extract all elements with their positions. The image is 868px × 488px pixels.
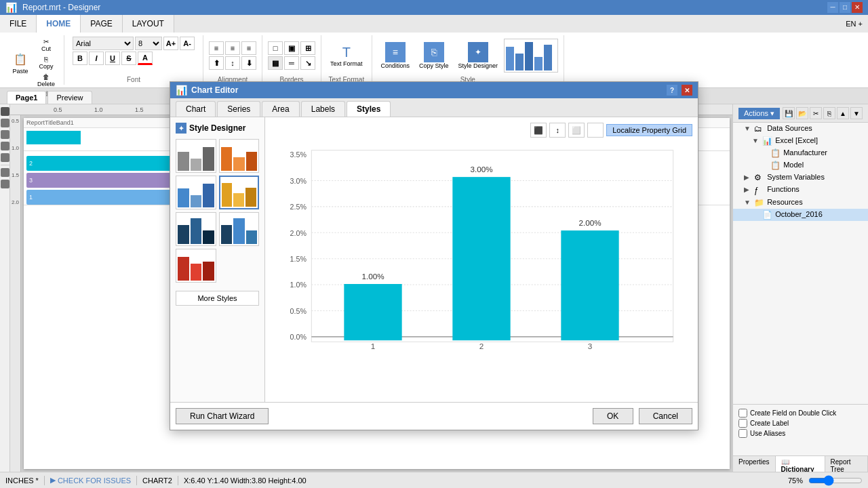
tree-item-manufacturer[interactable]: 📋 Manufacturer	[733, 147, 868, 159]
fill-color-btn[interactable]: ▩	[268, 56, 283, 70]
italic-btn[interactable]: I	[89, 52, 104, 65]
chart-preview: 3.5% 3.0% 2.5% 2.0% 1.5% 1.0% 0.5% 0.0%	[271, 143, 692, 360]
tool-more[interactable]	[1, 168, 9, 177]
tree-item-functions[interactable]: ▶ ƒ Functions	[733, 184, 868, 196]
sub-tab-page1[interactable]: Page1	[7, 91, 46, 104]
style-thumb-5[interactable]	[176, 212, 216, 246]
tree-item-excel[interactable]: ▼ 📊 Excel [Excel]	[733, 135, 868, 147]
create-label-checkbox[interactable]	[738, 419, 747, 428]
tool-btn-1[interactable]: ⬛	[530, 123, 547, 138]
text-format-btn[interactable]: T Text Format	[327, 42, 366, 69]
delete-btn[interactable]: 🗑 Delete	[34, 72, 58, 89]
run-wizard-btn[interactable]: Run Chart Wizard	[176, 408, 269, 424]
sub-tab-preview[interactable]: Preview	[47, 91, 92, 104]
font-size-select[interactable]: 8	[135, 37, 162, 50]
minimize-btn[interactable]: ─	[827, 2, 838, 13]
expand-borders-btn[interactable]: ↘	[300, 56, 315, 70]
cut-btn[interactable]: ✂ Cut	[34, 37, 58, 54]
conditions-btn[interactable]: ≡ Conditions	[378, 40, 414, 71]
tree-item-system-variables[interactable]: ▶ ⚙ System Variables	[733, 171, 868, 184]
style-thumb-3[interactable]	[176, 176, 216, 209]
border-all-btn[interactable]: □	[268, 41, 283, 55]
paste-btn[interactable]: 📋 Paste	[8, 49, 33, 77]
tool-chart[interactable]	[1, 153, 9, 162]
bold-btn[interactable]: B	[73, 52, 87, 65]
tool-btn-3[interactable]: ⬜	[568, 123, 585, 138]
tab-dictionary[interactable]: 📖 Dictionary	[776, 456, 825, 472]
tool-table[interactable]	[1, 130, 9, 139]
svg-text:3.5%: 3.5%	[290, 150, 307, 159]
tool-select[interactable]	[1, 107, 9, 116]
open-icon[interactable]: 📂	[796, 107, 808, 119]
tool-btn-2[interactable]: ↕	[549, 123, 566, 138]
copy-tree-icon[interactable]: ⎘	[823, 107, 835, 119]
style-thumb-1[interactable]	[176, 139, 216, 173]
tree-item-october[interactable]: 📄 October_2016	[733, 209, 868, 221]
localize-btn[interactable]: Localize Property Grid	[606, 124, 692, 136]
style-designer-ribbon-btn[interactable]: ✦ Style Designer	[455, 40, 502, 71]
copy-btn[interactable]: ⎘ Copy	[34, 54, 58, 71]
align-right-btn[interactable]: ≡	[241, 41, 256, 55]
align-middle-btn[interactable]: ↕	[225, 56, 240, 70]
zoom-slider[interactable]	[808, 475, 863, 486]
close-btn[interactable]: ✕	[852, 2, 863, 13]
tree-item-data-sources[interactable]: ▼ 🗂 Data Sources	[733, 123, 868, 135]
tool-text[interactable]	[1, 119, 9, 127]
save-icon[interactable]: 💾	[783, 107, 795, 119]
font-decrease-btn[interactable]: A-	[180, 37, 195, 50]
underline-btn[interactable]: U	[105, 52, 120, 65]
tree-item-resources[interactable]: ▼ 📁 Resources	[733, 197, 868, 209]
more-styles-btn[interactable]: More Styles	[176, 291, 259, 306]
modal-tab-styles[interactable]: Styles	[347, 101, 391, 117]
tab-report-tree[interactable]: Report Tree	[825, 456, 868, 472]
font-color-btn[interactable]: A	[138, 52, 153, 65]
style-thumb-2[interactable]	[219, 139, 260, 173]
tab-page[interactable]: PAGE	[81, 15, 122, 33]
tab-file[interactable]: FILE	[0, 15, 37, 33]
strikethrough-btn[interactable]: S	[121, 52, 136, 65]
modal-tab-labels[interactable]: Labels	[301, 101, 345, 117]
tool-image[interactable]	[1, 142, 9, 150]
modal-help-btn[interactable]: ?	[667, 85, 677, 96]
tab-layout[interactable]: LAYOUT	[123, 15, 174, 33]
modal-tab-chart[interactable]: Chart	[176, 101, 216, 117]
border-outer-btn[interactable]: ▣	[284, 41, 299, 55]
tab-home[interactable]: HOME	[37, 15, 81, 33]
use-aliases-checkbox[interactable]	[738, 429, 747, 438]
down-icon[interactable]: ▼	[850, 107, 863, 119]
align-center-btn[interactable]: ≡	[225, 41, 240, 55]
cut-tree-icon[interactable]: ✂	[810, 107, 822, 119]
border-color-btn[interactable]: ═	[284, 56, 299, 70]
align-left-btn[interactable]: ≡	[209, 41, 224, 55]
tree-item-model[interactable]: 📋 Model	[733, 159, 868, 171]
actions-button[interactable]: Actions ▾	[738, 108, 780, 119]
style-thumb-6[interactable]	[219, 212, 260, 246]
bottom-right: 75%	[788, 475, 863, 486]
border-inner-btn[interactable]: ⊞	[300, 41, 315, 55]
align-bottom-btn[interactable]: ⬇	[241, 56, 256, 70]
create-field-check[interactable]: Create Field on Double Click	[738, 409, 863, 418]
modal-tab-series[interactable]: Series	[217, 101, 260, 117]
use-aliases-check[interactable]: Use Aliases	[738, 429, 863, 438]
up-icon[interactable]: ▲	[837, 107, 849, 119]
tool-btn-4[interactable]	[587, 123, 604, 138]
style-thumb-7[interactable]	[176, 249, 216, 283]
align-top-btn[interactable]: ⬆	[209, 56, 224, 70]
ok-btn[interactable]: OK	[593, 408, 633, 424]
tb4-bar3	[245, 188, 256, 207]
font-increase-btn[interactable]: A+	[163, 37, 178, 50]
modal-tab-area[interactable]: Area	[262, 101, 299, 117]
check-issues-btn[interactable]: ▶ CHECK FOR ISSUES	[50, 476, 131, 485]
tool-zoom[interactable]	[1, 180, 9, 188]
copy-style-btn[interactable]: ⎘ Copy Style	[416, 40, 452, 71]
create-label-check[interactable]: Create Label	[738, 419, 863, 428]
modal-close-btn[interactable]: ✕	[682, 85, 692, 96]
cancel-btn[interactable]: Cancel	[639, 408, 692, 424]
units-display[interactable]: INCHES *	[5, 476, 39, 485]
lang-selector[interactable]: EN +	[174, 15, 868, 33]
font-name-select[interactable]: Arial	[73, 37, 134, 50]
style-thumb-4[interactable]	[219, 176, 260, 209]
create-field-checkbox[interactable]	[738, 409, 747, 418]
maximize-btn[interactable]: □	[840, 2, 850, 13]
tab-properties[interactable]: Properties	[733, 456, 776, 472]
